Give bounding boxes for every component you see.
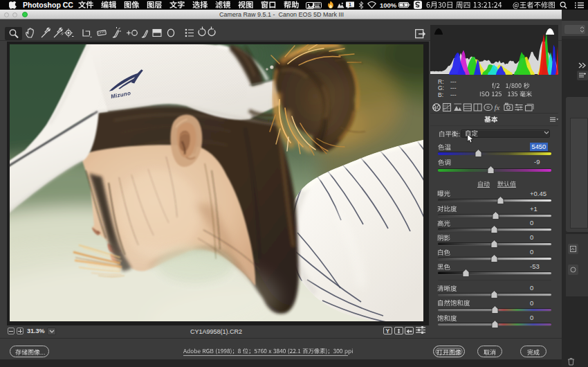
svg-text:fx: fx: [495, 103, 500, 111]
svg-text:1: 1: [349, 2, 351, 7]
